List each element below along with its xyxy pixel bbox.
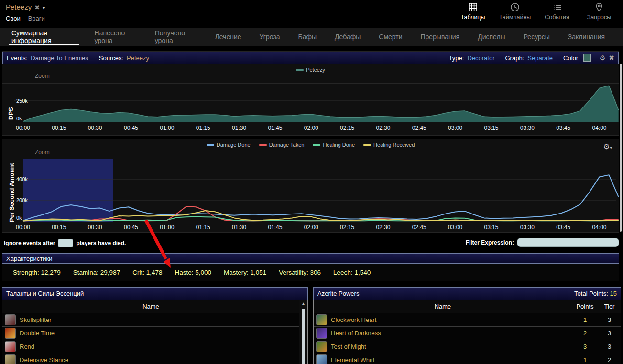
nav-queries[interactable]: Запросы [578, 1, 620, 21]
tab-11[interactable]: Ресурсы [524, 28, 550, 46]
legend-label: Healing Received [373, 142, 415, 148]
azerite-power-link[interactable]: Test of Might [331, 343, 366, 350]
x-tick-label: 03:45 [556, 125, 570, 131]
subtab-Свои[interactable]: Свои [6, 15, 21, 22]
scroll-up-icon[interactable]: ▲ [299, 300, 307, 308]
tab-2[interactable]: Нанесено урона [95, 28, 137, 46]
tab-9[interactable]: Прерывания [421, 28, 460, 46]
talent-link[interactable]: Defensive Stance [20, 356, 68, 364]
talent-link[interactable]: Skullsplitter [20, 316, 51, 323]
subtab-Враги[interactable]: Враги [28, 15, 45, 22]
dps-chart-legend: Peteezy [2, 67, 619, 73]
points-column-header[interactable]: Points [572, 300, 598, 313]
zoom-selection[interactable] [23, 159, 113, 222]
x-tick-label: 01:30 [232, 125, 246, 131]
stat-item: Stamina: 29,987 [73, 269, 120, 276]
table-row[interactable]: Skullsplitter [2, 313, 299, 327]
close-panel-icon[interactable]: ✖ [609, 54, 614, 62]
x-tick-label: 01:00 [160, 224, 174, 231]
gear-icon[interactable]: ⚙ [600, 54, 606, 62]
table-row[interactable]: Test of Might 3 3 [314, 340, 621, 353]
filter-expression-input[interactable] [517, 238, 619, 247]
per-second-chart-legend: Damage DoneDamage TakenHealing DoneHeali… [2, 142, 619, 148]
report-dropdown-caret-icon[interactable]: ▾ [43, 5, 45, 11]
close-report-icon[interactable]: ✖ [34, 4, 40, 11]
legend-swatch [363, 144, 371, 146]
azerite-power-link[interactable]: Elemental Whirl [331, 356, 374, 364]
legend-swatch [313, 144, 320, 146]
color-swatch[interactable] [583, 54, 591, 62]
tab-7[interactable]: Дебафы [335, 28, 361, 46]
zoom-label[interactable]: Zoom [35, 73, 50, 79]
talents-title: Таланты и Силы Эссенций [6, 290, 84, 297]
nav-tables[interactable]: Таблицы [452, 1, 494, 21]
stats-title: Характеристики [6, 255, 52, 262]
report-title: Peteezy✖▾ [6, 3, 45, 11]
zoom-label[interactable]: Zoom [35, 149, 50, 156]
x-tick-label: 02:45 [412, 125, 426, 131]
points-value: 1 [572, 313, 598, 326]
x-tick-label: 02:00 [304, 125, 318, 131]
per-second-chart-panel: 0k200k400k00:0000:1500:3000:4501:0001:15… [2, 139, 619, 233]
y-axis-title: Per Second Amount [8, 163, 15, 222]
tab-12[interactable]: Заклинания [568, 28, 605, 46]
dps-chart-header: Events: Damage To Enemies Sources: Petee… [2, 52, 619, 64]
azerite-power-link[interactable]: Clockwork Heart [331, 316, 376, 323]
legend-item[interactable]: Peteezy [296, 67, 325, 73]
tab-8[interactable]: Смерти [379, 28, 402, 46]
tab-3[interactable]: Получено урона [155, 28, 197, 46]
ignore-events-label-prefix: Ignore events after [4, 240, 55, 246]
legend-item[interactable]: Damage Done [207, 142, 251, 148]
gear-icon[interactable]: ⚙ [603, 142, 610, 150]
talent-link[interactable]: Double Time [20, 330, 55, 337]
legend-label: Healing Done [323, 142, 355, 148]
type-value[interactable]: Decorator [467, 54, 494, 62]
scrollbar-thumb[interactable] [302, 309, 305, 364]
nav-timelines[interactable]: Таймлайны [494, 1, 536, 21]
table-row[interactable]: Clockwork Heart 1 3 [314, 313, 621, 327]
legend-item[interactable]: Damage Taken [259, 142, 305, 148]
name-column-header[interactable]: Name [314, 303, 572, 310]
sources-label: Sources: [99, 54, 123, 62]
x-tick-label: 01:15 [196, 125, 210, 131]
per-second-chart-svg: 0k200k400k00:0000:1500:3000:4501:0001:15… [2, 139, 619, 232]
heart-of-darkness-icon [316, 328, 327, 339]
legend-item[interactable]: Healing Done [313, 142, 355, 148]
tab-5[interactable]: Угроза [260, 28, 280, 46]
filter-expression-label: Filter Expression: [466, 239, 514, 246]
sources-value[interactable]: Peteezy [127, 54, 149, 62]
azerite-power-link[interactable]: Heart of Darkness [331, 330, 381, 337]
tier-column-header[interactable]: Tier [598, 300, 621, 313]
graph-value[interactable]: Separate [527, 54, 553, 62]
table-row[interactable]: Defensive Stance [2, 353, 299, 364]
death-count-input[interactable] [58, 239, 73, 247]
y-tick-label: 400k [16, 176, 28, 182]
x-tick-label: 00:45 [124, 125, 138, 131]
per-second-chart-body[interactable]: 0k200k400k00:0000:1500:3000:4501:0001:15… [2, 139, 619, 232]
dps-chart-body[interactable]: 0k250k00:0000:1500:3000:4501:0001:1501:3… [2, 64, 619, 135]
tier-value: 3 [598, 327, 621, 340]
tab-10[interactable]: Диспелы [478, 28, 505, 46]
nav-queries-label: Запросы [578, 14, 620, 21]
table-row[interactable]: Double Time [2, 327, 299, 340]
tab-1[interactable]: Суммарная информация [11, 28, 77, 46]
table-row[interactable]: Heart of Darkness 2 3 [314, 327, 621, 340]
events-value[interactable]: Damage To Enemies [31, 54, 88, 62]
chart-settings[interactable]: ⚙▾ [603, 142, 612, 151]
table-row[interactable]: Elemental Whirl 1 2 [314, 353, 621, 364]
x-tick-label: 01:45 [268, 125, 282, 131]
list-icon [536, 1, 578, 13]
legend-item[interactable]: Healing Received [363, 142, 415, 148]
name-column-header[interactable]: Name [2, 303, 299, 310]
tab-6[interactable]: Бафы [298, 28, 317, 46]
nav-events[interactable]: События [536, 1, 578, 21]
x-tick-label: 03:45 [556, 224, 570, 231]
table-row[interactable]: Rend [2, 340, 299, 353]
x-tick-label: 01:00 [160, 125, 174, 131]
page-scrollbar[interactable] [620, 64, 622, 232]
talent-link[interactable]: Rend [20, 343, 34, 350]
talents-scrollbar[interactable]: ▲ [299, 300, 307, 364]
controls-row: Ignore events after players have died. F… [0, 236, 623, 251]
tab-4[interactable]: Лечение [215, 28, 241, 46]
top-bar: Peteezy✖▾ СвоиВраги Таблицы Таймлайны [0, 0, 623, 28]
